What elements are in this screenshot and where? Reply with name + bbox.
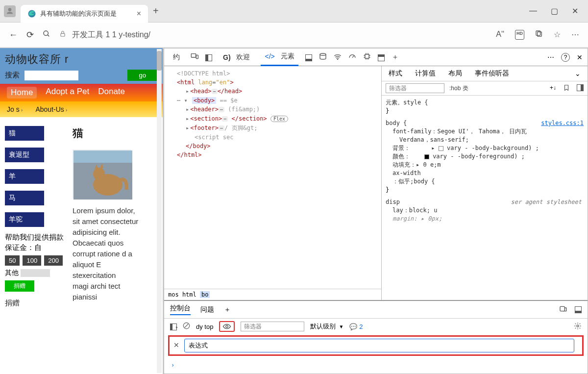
read-aloud-icon[interactable]: A'' <box>496 30 504 40</box>
style-panel-icon[interactable] <box>577 84 584 93</box>
dom-breadcrumb[interactable]: mos html bo <box>164 289 381 300</box>
tab-layout[interactable]: 布局 <box>448 69 462 78</box>
dom-node[interactable]: ▸<section>⋯ </section> Flex <box>168 114 377 124</box>
dock-icon[interactable] <box>205 53 212 61</box>
rule-disp[interactable]: disp <box>386 199 400 205</box>
tab-elements[interactable]: </> 元素 <box>261 49 298 66</box>
cat-button[interactable]: 马 <box>5 191 44 205</box>
tab-close-icon[interactable]: × <box>137 9 141 18</box>
donation-100[interactable]: 100 <box>23 255 41 266</box>
search-input[interactable] <box>24 71 78 80</box>
css-prop[interactable]: 动填充：▸ 0 e;m <box>386 161 584 169</box>
drawer-dock-icon[interactable] <box>575 305 582 314</box>
nav-donate[interactable]: Donate <box>98 87 125 99</box>
subnav-jos[interactable]: Jo s <box>7 105 23 113</box>
rule-body[interactable]: body { <box>386 120 407 126</box>
css-prop[interactable]: margin: ▸ 0px; <box>386 215 584 223</box>
new-style-icon[interactable]: +↓ <box>550 84 556 93</box>
subnav-about[interactable]: About-Us <box>35 105 67 113</box>
css-source-link[interactable]: styles.css:1 <box>541 119 584 127</box>
css-prop[interactable]: 背景： ▸ vary - -body-background) ; <box>386 144 584 152</box>
tab-styles[interactable]: 样式 <box>389 69 402 78</box>
donate-button[interactable]: 捐赠 <box>5 280 34 292</box>
tab-about[interactable]: 约 <box>169 49 184 66</box>
console-panel-icon[interactable] <box>305 53 312 61</box>
dom-node[interactable]: </html> <box>168 150 377 159</box>
css-prop[interactable]: ax-width <box>386 169 584 177</box>
css-prop[interactable]: ：似乎;body { <box>386 177 584 186</box>
console-filter-input[interactable] <box>241 322 304 331</box>
live-expression-input[interactable]: 表达式 <box>184 339 574 352</box>
devtools-close-icon[interactable]: ✕ <box>577 53 583 61</box>
donation-50[interactable]: 50 <box>5 255 20 266</box>
more-tools-icon[interactable]: ＋ <box>392 52 399 62</box>
log-level-select[interactable]: 默认级别 ▼ <box>310 322 343 331</box>
device-emulation-icon[interactable] <box>191 53 198 61</box>
devtools-help-icon[interactable]: ? <box>561 53 570 62</box>
cat-button[interactable]: 猫 <box>5 126 44 141</box>
cat-button[interactable]: 羊驼 <box>5 212 44 227</box>
css-prop[interactable]: Verdana，sans-serif; <box>386 136 584 144</box>
flex-badge[interactable]: Flex <box>270 116 288 122</box>
sources-icon[interactable] <box>319 52 327 62</box>
css-prop[interactable]: font-family：Segoe UI'， Tahoma， 日内瓦 <box>386 127 584 136</box>
page-scrollbar[interactable] <box>157 49 162 373</box>
collections-icon[interactable] <box>535 30 543 40</box>
window-minimize-button[interactable]: — <box>529 6 537 16</box>
console-prompt[interactable]: › <box>164 357 588 374</box>
memory-icon[interactable] <box>363 52 371 62</box>
dom-node[interactable]: <!DOCTYPE html> <box>168 69 377 78</box>
hd-icon[interactable]: HD <box>515 30 524 40</box>
clear-console-icon[interactable] <box>183 322 190 331</box>
css-prop[interactable]: lay：block; u <box>386 206 584 215</box>
nav-adopt[interactable]: Adopt a Pet <box>46 87 89 99</box>
performance-icon[interactable] <box>348 53 356 61</box>
cat-button[interactable]: 衰退型 <box>5 148 44 162</box>
dom-node[interactable]: ▸<header>⋯ (fi&amp;) <box>168 105 377 114</box>
css-prop[interactable]: 颜色： vary - -body-foreground) ; <box>386 152 584 161</box>
go-button[interactable]: go <box>127 70 158 81</box>
window-close-button[interactable]: ✕ <box>572 6 578 16</box>
styles-dropdown-icon[interactable]: ⌄ <box>575 70 581 77</box>
hov-toggle[interactable]: :hob 类 <box>449 84 468 93</box>
tab-computed[interactable]: 计算值 <box>415 69 436 78</box>
live-expression-close-icon[interactable]: ✕ <box>173 341 179 349</box>
dom-node[interactable]: ▸<head>⋯</head> <box>168 87 377 96</box>
dom-tree[interactable]: <!DOCTYPE html> <html lang="en"> ▸<head>… <box>164 66 381 289</box>
new-tab-button[interactable]: + <box>153 5 159 17</box>
devtools-more-icon[interactable]: ⋯ <box>547 53 554 61</box>
donation-200[interactable]: 200 <box>44 255 63 266</box>
console-settings-icon[interactable] <box>574 322 582 331</box>
search-button-icon[interactable] <box>43 30 50 40</box>
tab-welcome[interactable]: G) 欢迎 <box>219 49 254 66</box>
console-sidebar-icon[interactable]: ▸ <box>170 323 177 330</box>
dom-node[interactable]: ▸<footer>⋯/ 页脚&gt; <box>168 124 377 133</box>
favorite-icon[interactable]: ☆ <box>554 30 561 40</box>
rule-element-style[interactable]: 元素。style { <box>386 99 584 107</box>
drawer-add-tab-icon[interactable]: ＋ <box>224 305 231 314</box>
console-context[interactable]: dy top <box>196 323 213 330</box>
browser-menu-icon[interactable]: ⋯ <box>571 30 579 40</box>
dom-node[interactable]: <html lang="en"> <box>168 78 377 87</box>
url-field[interactable]: 开发工具 1 1 y-testing/ <box>59 30 150 40</box>
drawer-popout-icon[interactable] <box>559 305 567 314</box>
profile-icon[interactable] <box>4 5 16 17</box>
dom-node-body[interactable]: ⋯ ▾ <body> == $e <box>168 96 377 105</box>
dom-node[interactable]: <script sec <box>168 133 377 142</box>
network-icon[interactable] <box>334 53 342 61</box>
live-expression-button[interactable] <box>219 321 235 332</box>
window-maximize-button[interactable]: ▢ <box>551 6 558 16</box>
browser-tab[interactable]: 具有辅助功能的演示页面是 × <box>21 5 148 23</box>
tab-issues[interactable]: 问题 <box>200 305 214 314</box>
tab-listeners[interactable]: 事件侦听器 <box>475 69 509 78</box>
nav-home[interactable]: Home <box>7 87 37 99</box>
other-input[interactable] <box>21 269 50 277</box>
cat-button[interactable]: 羊 <box>5 169 44 184</box>
tab-console[interactable]: 控制台 <box>170 304 191 315</box>
back-button[interactable]: ← <box>9 30 18 40</box>
styles-filter-input[interactable] <box>386 83 444 93</box>
application-icon[interactable] <box>378 53 385 61</box>
message-count[interactable]: 💬2 <box>349 323 363 330</box>
refresh-button[interactable]: ⟳ <box>26 29 34 40</box>
dom-node[interactable]: </body> <box>168 142 377 150</box>
